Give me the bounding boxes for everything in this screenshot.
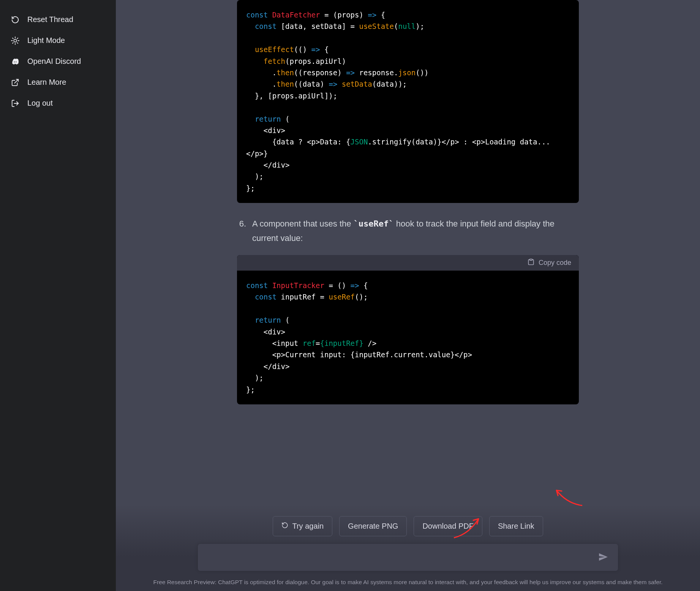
action-row: Try again Generate PNG Download PDF Shar… xyxy=(116,516,700,536)
share-link-button[interactable]: Share Link xyxy=(489,516,543,536)
list-item-6: 6. A component that uses the `useRef` ho… xyxy=(237,217,579,245)
share-link-label: Share Link xyxy=(498,522,534,531)
svg-line-8 xyxy=(17,38,18,38)
svg-point-0 xyxy=(14,39,16,42)
sidebar-item-label: Light Mode xyxy=(27,36,65,45)
try-again-button[interactable]: Try again xyxy=(273,516,332,536)
bottom-panel: Try again Generate PNG Download PDF Shar… xyxy=(116,505,700,591)
send-button[interactable] xyxy=(596,550,610,565)
clipboard-icon xyxy=(527,258,535,268)
svg-rect-11 xyxy=(530,259,533,260)
sidebar-item-label: Reset Thread xyxy=(27,15,73,24)
sidebar-item-label: Log out xyxy=(27,99,53,108)
sidebar-item-reset-thread[interactable]: Reset Thread xyxy=(8,9,108,30)
sidebar-item-label: Learn More xyxy=(27,78,66,87)
sidebar-item-learn-more[interactable]: Learn More xyxy=(8,72,108,93)
disclaimer-text: Free Research Preview: ChatGPT is optimi… xyxy=(116,575,700,591)
sidebar-item-openai-discord[interactable]: OpenAI Discord xyxy=(8,51,108,72)
assistant-message: const DataFetcher = (props) => { const [… xyxy=(218,0,598,404)
chat-input[interactable] xyxy=(198,544,618,571)
svg-line-9 xyxy=(14,79,18,83)
logout-icon xyxy=(11,99,20,108)
list-text: A component that uses the `useRef` hook … xyxy=(252,217,579,245)
code-block-datafetcher: const DataFetcher = (props) => { const [… xyxy=(237,0,579,203)
download-pdf-label: Download PDF xyxy=(422,522,474,531)
inline-code-useRef: `useRef` xyxy=(354,219,394,228)
generate-png-label: Generate PNG xyxy=(348,522,398,531)
code-content: const DataFetcher = (props) => { const [… xyxy=(237,0,579,203)
svg-line-7 xyxy=(13,43,13,43)
sidebar: Reset Thread Light Mode OpenAI Discord L… xyxy=(0,0,116,591)
external-link-icon xyxy=(11,78,20,87)
sidebar-item-log-out[interactable]: Log out xyxy=(8,93,108,114)
svg-line-3 xyxy=(13,38,13,38)
chat-input-wrap xyxy=(190,544,626,571)
try-again-label: Try again xyxy=(292,522,324,531)
main-area: const DataFetcher = (props) => { const [… xyxy=(116,0,700,591)
chat-scroll[interactable]: const DataFetcher = (props) => { const [… xyxy=(116,0,700,505)
code-content: const InputTracker = () => { const input… xyxy=(237,271,579,404)
sidebar-item-label: OpenAI Discord xyxy=(27,57,81,66)
sidebar-item-light-mode[interactable]: Light Mode xyxy=(8,30,108,51)
list-marker: 6. xyxy=(237,217,246,245)
generate-png-button[interactable]: Generate PNG xyxy=(339,516,407,536)
svg-line-4 xyxy=(17,43,18,43)
code-block-inputtracker: Copy code const InputTracker = () => { c… xyxy=(237,255,579,404)
download-pdf-button[interactable]: Download PDF xyxy=(414,516,482,536)
retry-icon xyxy=(281,522,288,531)
sun-icon xyxy=(11,36,20,45)
send-icon xyxy=(598,557,608,563)
reset-icon xyxy=(11,16,20,24)
copy-code-label: Copy code xyxy=(539,259,571,267)
discord-icon xyxy=(11,57,20,66)
copy-code-button[interactable]: Copy code xyxy=(237,255,579,271)
